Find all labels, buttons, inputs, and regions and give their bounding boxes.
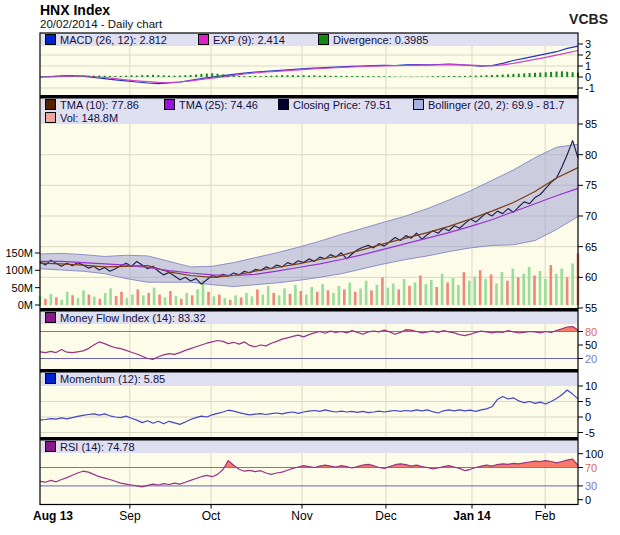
volume-bar [175,296,178,305]
divergence-bar [373,76,375,77]
legend-label: Closing Price: 79.51 [293,99,391,111]
legend-label: Vol: 148.8M [60,112,118,124]
divergence-bar [249,76,251,77]
volume-bar [446,283,449,306]
volume-bar [571,263,574,305]
divergence-bar [324,76,326,78]
divergence-bar [529,73,531,77]
volume-tick-label: 0M [18,299,33,311]
legend-swatch [45,441,56,452]
x-tick-label: Oct [176,509,246,523]
divergence-bar [71,76,73,77]
divergence-bar [518,74,520,77]
divergence-bar [287,75,289,77]
y-tick-label: 65 [585,241,597,253]
volume-bar [316,292,319,305]
volume-bar [153,288,156,305]
legend-item: Vol: 148.8M [45,112,118,125]
divergence-bar [82,76,84,77]
volume-bar [425,284,428,305]
volume-bar [202,281,205,305]
y-tick-label: 100 [585,448,603,460]
volume-bar [50,294,53,305]
chart-svg: 3210-1150M100M50M0M858075706560558050201… [0,0,620,535]
legend-item: MACD (26, 12): 2.812 [45,34,167,47]
volume-bar [381,277,384,305]
volume-bar [463,272,466,305]
divergence-bar [356,76,358,77]
volume-bar [528,267,531,305]
y-tick-label: 10 [585,380,597,392]
volume-bar [430,280,433,305]
volume-bar [473,277,476,305]
volume-bar [207,292,210,305]
x-tick-label: Dec [351,509,421,523]
volume-bar [262,295,265,305]
divergence-bar [362,76,364,77]
volume-bar [506,281,509,305]
divergence-bar [168,76,170,77]
panel-divider [40,308,578,312]
divergence-bar [539,73,541,77]
divergence-bar [426,77,428,78]
volume-bar [517,277,520,305]
volume-bar [452,278,455,305]
volume-bar [104,293,107,305]
divergence-bar [233,76,235,77]
volume-bar [245,293,248,305]
legend-item: EXP (9): 2.414 [198,34,285,47]
divergence-bar [389,76,391,77]
volume-bar [370,290,373,305]
x-tick-label: Aug 13 [33,509,93,523]
divergence-bar [313,75,315,77]
y-tick-label: 80 [585,149,597,161]
legend-swatch [45,34,56,45]
volume-bar [131,295,134,305]
volume-bar [349,283,352,306]
divergence-bar [308,76,310,77]
volume-bar [501,272,504,305]
volume-tick-label: 50M [12,282,33,294]
legend-label: Money Flow Index (14): 83.32 [60,312,206,324]
brand-logo: VCBS [569,11,608,27]
divergence-bar [545,72,547,77]
divergence-bar [335,76,337,77]
y-tick-label: 85 [585,118,597,130]
divergence-bar [480,76,482,78]
divergence-bar [120,76,122,77]
divergence-bar [211,73,213,77]
divergence-bar [87,76,89,77]
x-tick-label: Feb [510,509,580,523]
divergence-bar [147,75,149,77]
volume-bar [408,286,411,305]
volume-bar [359,288,362,305]
divergence-bar [270,76,272,77]
divergence-bar [276,76,278,78]
divergence-bar [217,74,219,77]
y-tick-label: 30 [585,480,597,492]
volume-bar [414,283,417,306]
volume-bar [44,299,47,305]
volume-bar [343,289,346,305]
volume-bar [218,295,221,305]
volume-bar [544,279,547,305]
volume-bar [196,289,199,305]
volume-bar [251,296,254,305]
divergence-bar [475,76,477,77]
divergence-bar [491,75,493,77]
volume-bar [256,289,259,305]
y-tick-label: 70 [585,462,597,474]
divergence-bar [195,75,197,77]
volume-bar [550,265,553,305]
volume-bar [387,288,390,305]
divergence-bar [453,76,455,77]
legend-item: TMA (10): 77.86 [45,99,139,112]
divergence-bar [448,76,450,77]
volume-bar [354,292,357,305]
divergence-bar [561,71,563,77]
legend-item: Money Flow Index (14): 83.32 [45,312,206,325]
panel-divider [40,437,578,441]
volume-bar [522,274,525,305]
volume-bar [495,284,498,306]
divergence-bar [109,76,111,77]
